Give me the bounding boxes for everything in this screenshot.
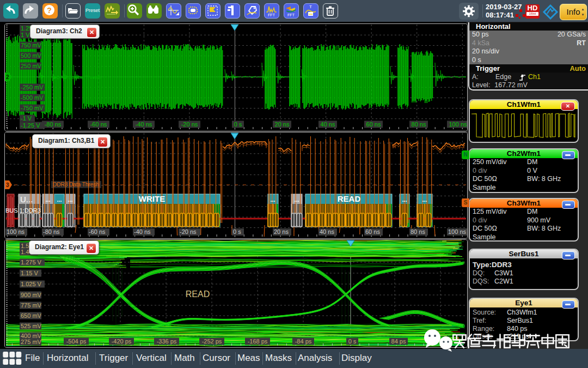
svg-text:-60 ns: -60 ns xyxy=(90,121,107,128)
svg-text:275 mV: 275 mV xyxy=(21,339,42,345)
svg-text:80 ns: 80 ns xyxy=(412,121,426,128)
svg-text:20 ns: 20 ns xyxy=(274,228,289,235)
svg-text:-252 ps: -252 ps xyxy=(202,338,222,345)
svg-text:BUS 1:DDR3: BUS 1:DDR3 xyxy=(5,207,41,214)
svg-text:100 ns: 100 ns xyxy=(448,228,467,235)
svg-text:-40 ns: -40 ns xyxy=(136,121,152,128)
svg-text:-750 mV: -750 mV xyxy=(21,105,44,111)
svg-text:U...: U... xyxy=(20,195,33,204)
svg-text:-500 mV: -500 mV xyxy=(21,94,44,101)
svg-text:40 ns: 40 ns xyxy=(321,121,335,128)
svg-text:...: ... xyxy=(68,196,72,203)
svg-text:1.025 V: 1.025 V xyxy=(21,281,42,287)
svg-text:-420 ps: -420 ps xyxy=(112,338,132,345)
svg-text:-1.25 V: -1.25 V xyxy=(21,122,40,129)
svg-text:0 s: 0 s xyxy=(348,338,357,345)
svg-text:...: ... xyxy=(402,196,407,203)
svg-text:1.275 V: 1.275 V xyxy=(21,259,42,266)
svg-text:84 ps: 84 ps xyxy=(391,338,406,345)
svg-text:READ: READ xyxy=(338,194,361,203)
svg-text:...: ... xyxy=(270,196,275,203)
svg-text:-80 ns: -80 ns xyxy=(45,121,62,128)
svg-text:READ: READ xyxy=(186,289,210,299)
svg-text:-40 ns: -40 ns xyxy=(134,228,151,235)
svg-text:FFT: FFT xyxy=(287,13,295,17)
svg-text:WRITE: WRITE xyxy=(139,194,165,203)
svg-text:-504 ps: -504 ps xyxy=(66,338,87,345)
svg-text:60 ns: 60 ns xyxy=(365,228,380,235)
svg-text:775 mV: 775 mV xyxy=(21,302,42,309)
svg-text:-60 ns: -60 ns xyxy=(89,228,106,235)
svg-text:DDR3 Strobe Thresh: DDR3 Strobe Thresh xyxy=(53,74,101,80)
svg-text:-168 ps: -168 ps xyxy=(248,338,268,345)
svg-text:-20 ns: -20 ns xyxy=(180,228,197,235)
svg-text:100 ns: 100 ns xyxy=(7,228,25,235)
svg-text:2: 2 xyxy=(6,74,9,80)
svg-text:3: 3 xyxy=(6,182,9,188)
svg-text:-84 ps: -84 ps xyxy=(295,338,312,345)
svg-text:FFT: FFT xyxy=(268,13,275,17)
svg-text:...: ... xyxy=(45,196,50,203)
svg-text:650 mV: 650 mV xyxy=(21,312,42,319)
svg-text:-336 ps: -336 ps xyxy=(157,338,177,345)
svg-text:525 mV: 525 mV xyxy=(21,323,42,329)
svg-text:250 mV: 250 mV xyxy=(21,63,42,69)
svg-text:80 ns: 80 ns xyxy=(411,228,425,235)
svg-text:...: ... xyxy=(422,196,427,203)
svg-text:1 V: 1 V xyxy=(21,32,30,38)
svg-text:500 mV: 500 mV xyxy=(21,52,42,59)
svg-text:750 mV: 750 mV xyxy=(21,42,42,49)
svg-text:...: ... xyxy=(294,196,299,203)
svg-text:0 s: 0 s xyxy=(233,228,241,235)
svg-text:40 ns: 40 ns xyxy=(320,228,334,235)
svg-text:?: ? xyxy=(47,6,52,15)
svg-text:DDR3 Data Thresh: DDR3 Data Thresh xyxy=(53,182,99,188)
svg-text:-1 V: -1 V xyxy=(21,115,32,122)
svg-text:-250 mV: -250 mV xyxy=(21,84,44,91)
svg-text:900 mV: 900 mV xyxy=(21,292,42,298)
svg-text:-20 ns: -20 ns xyxy=(181,121,198,128)
svg-text:1.15 V: 1.15 V xyxy=(21,270,38,276)
svg-text:0 s: 0 s xyxy=(234,121,242,128)
svg-text:60 ns: 60 ns xyxy=(366,121,381,128)
svg-text:...: ... xyxy=(57,196,62,203)
svg-text:20 ns: 20 ns xyxy=(275,121,290,128)
svg-text:100 ns: 100 ns xyxy=(449,121,467,128)
svg-text:-80 ns: -80 ns xyxy=(43,228,60,235)
svg-text:T: T xyxy=(309,4,312,9)
